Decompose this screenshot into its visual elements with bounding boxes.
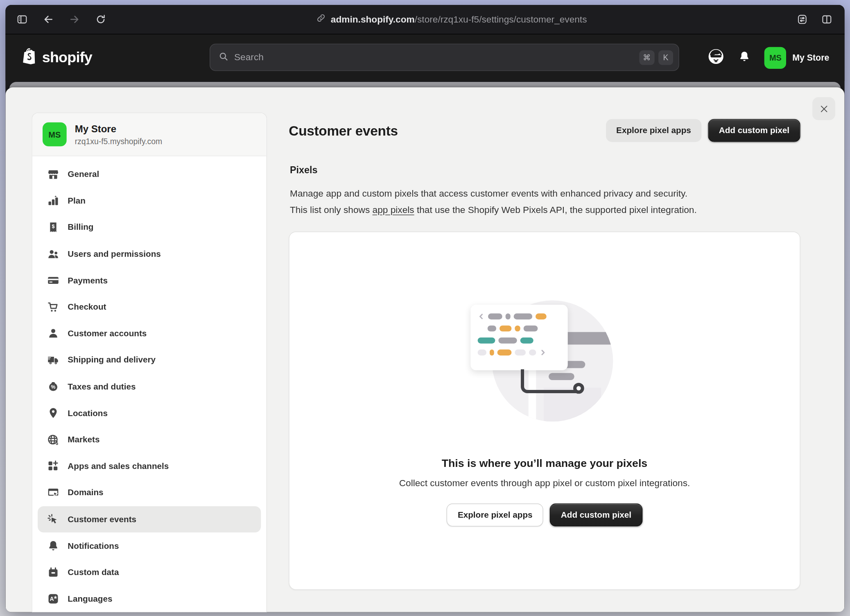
sidebar-item-languages[interactable]: A★Languages (38, 586, 261, 612)
browser-chrome: admin.shopify.com/store/rzq1xu-f5/settin… (5, 5, 844, 34)
browser-window: admin.shopify.com/store/rzq1xu-f5/settin… (5, 5, 844, 612)
settings-sidebar: MS My Store rzq1xu-f5.myshopify.com Gene… (32, 113, 267, 612)
add-custom-pixel-button[interactable]: Add custom pixel (708, 119, 800, 142)
connector-node (573, 383, 584, 394)
sidebar-item-locations[interactable]: Locations (38, 400, 261, 426)
sidebar-item-taxes-and-duties[interactable]: %Taxes and duties (38, 374, 261, 400)
shopify-logo[interactable]: shopify (22, 47, 92, 68)
payments-icon (47, 274, 60, 287)
sidebar-item-label: Domains (68, 488, 103, 498)
shopify-bag-icon (22, 47, 38, 68)
sidebar-item-label: Payments (68, 276, 108, 285)
sidebar-item-apps-and-sales-channels[interactable]: Apps and sales channels (38, 453, 261, 480)
sidebar-item-label: Users and permissions (68, 249, 161, 259)
link-icon (316, 13, 326, 26)
billing-icon: $ (47, 221, 60, 234)
shortcut-cmd-key: ⌘ (639, 50, 655, 65)
svg-text:$: $ (52, 223, 54, 229)
search-input[interactable]: Search ⌘ K (210, 44, 679, 71)
close-button[interactable] (812, 97, 835, 120)
notifications-bell-icon[interactable] (738, 50, 751, 65)
sidebar-item-billing[interactable]: $Billing (38, 214, 261, 241)
domains-icon (47, 487, 60, 499)
markets-icon: $ (47, 433, 60, 446)
connector-line (521, 369, 578, 393)
sidebar-item-users-and-permissions[interactable]: Users and permissions (38, 241, 261, 267)
sidebar-item-label: General (68, 170, 99, 179)
back-icon[interactable] (43, 14, 54, 25)
shopify-wordmark: shopify (42, 49, 92, 66)
svg-text:★: ★ (54, 596, 58, 600)
url-path: /store/rzq1xu-f5/settings/customer_event… (415, 14, 587, 24)
sidebar-item-shipping-and-delivery[interactable]: Shipping and delivery (38, 347, 261, 374)
shortcut-k-key: K (658, 50, 673, 65)
sidebar-item-customer-events[interactable]: Customer events (38, 506, 261, 533)
customer-events-icon (47, 513, 60, 526)
taxes-icon: % (47, 380, 60, 393)
pixels-description: Manage app and custom pixels that access… (290, 186, 781, 218)
forward-icon[interactable] (69, 14, 80, 25)
plan-icon (47, 195, 60, 207)
sidebar-item-customer-accounts[interactable]: Customer accounts (38, 320, 261, 347)
empty-state-heading: This is where you’ll manage your pixels (289, 457, 800, 470)
languages-icon: A★ (47, 593, 60, 605)
empty-add-custom-pixel-button[interactable]: Add custom pixel (550, 503, 642, 526)
explore-pixel-apps-button[interactable]: Explore pixel apps (606, 119, 701, 142)
address-bar[interactable]: admin.shopify.com/store/rzq1xu-f5/settin… (106, 13, 796, 26)
sidebar-item-custom-data[interactable]: Custom data (38, 559, 261, 586)
sidebar-item-plan[interactable]: Plan (38, 188, 261, 214)
settings-modal: MS My Store rzq1xu-f5.myshopify.com Gene… (5, 87, 844, 612)
store-menu[interactable]: MS My Store (764, 47, 829, 68)
sidebar-item-label: Checkout (68, 302, 106, 312)
apps-icon (47, 460, 60, 473)
store-card: MS My Store rzq1xu-f5.myshopify.com (32, 113, 267, 156)
store-card-domain: rzq1xu-f5.myshopify.com (75, 137, 162, 145)
sidebar-item-markets[interactable]: $Markets (38, 426, 261, 453)
code-snippet-illustration (470, 305, 567, 370)
sidebar-item-label: Markets (68, 435, 99, 445)
sidebar-item-label: Customer accounts (68, 328, 147, 338)
pixels-empty-state-card: This is where you’ll manage your pixels … (289, 231, 800, 590)
svg-text:$: $ (56, 441, 58, 446)
customer-accounts-icon (47, 327, 60, 340)
app-avatar-icon[interactable] (708, 48, 725, 67)
sidebar-item-label: Apps and sales channels (68, 461, 169, 471)
sidebar-item-domains[interactable]: Domains (38, 480, 261, 506)
settings-nav: GeneralPlan$BillingUsers and permissions… (32, 156, 267, 612)
sidebar-toggle-icon[interactable] (16, 14, 28, 25)
svg-text:%: % (51, 384, 56, 390)
users-icon (47, 248, 60, 260)
sidebar-item-label: Locations (68, 408, 108, 418)
sidebar-item-label: Languages (68, 594, 112, 604)
shipping-icon (47, 354, 60, 367)
notifications-icon (47, 539, 60, 552)
pixels-section-heading: Pixels (290, 164, 317, 176)
sidebar-item-label: Notifications (68, 541, 119, 551)
sidebar-item-label: Customer events (68, 514, 136, 524)
custom-data-icon (47, 566, 60, 579)
checkout-icon (47, 301, 60, 313)
split-view-icon[interactable] (821, 14, 832, 25)
sidebar-item-label: Billing (68, 222, 93, 232)
sidebar-item-label: Shipping and delivery (68, 355, 156, 365)
close-icon (818, 104, 829, 114)
reload-icon[interactable] (95, 14, 106, 25)
page-title: Customer events (289, 122, 398, 138)
empty-explore-pixel-apps-button[interactable]: Explore pixel apps (447, 503, 543, 526)
app-pixels-link[interactable]: app pixels (373, 205, 414, 215)
sidebar-item-general[interactable]: General (38, 161, 261, 188)
shopify-header: shopify Search ⌘ K (5, 34, 844, 81)
search-icon (218, 51, 228, 64)
locations-icon (47, 407, 60, 420)
sidebar-item-checkout[interactable]: Checkout (38, 294, 261, 320)
url-domain: admin.shopify.com (331, 14, 415, 24)
sidebar-item-notifications[interactable]: Notifications (38, 532, 261, 559)
store-icon (47, 168, 60, 181)
browser-settings-icon[interactable] (796, 14, 808, 25)
sidebar-item-label: Taxes and duties (68, 382, 136, 392)
sidebar-item-payments[interactable]: Payments (38, 267, 261, 294)
store-card-avatar: MS (43, 122, 67, 147)
store-card-name: My Store (75, 123, 162, 135)
store-avatar: MS (764, 47, 786, 68)
pixels-illustration (470, 300, 619, 424)
